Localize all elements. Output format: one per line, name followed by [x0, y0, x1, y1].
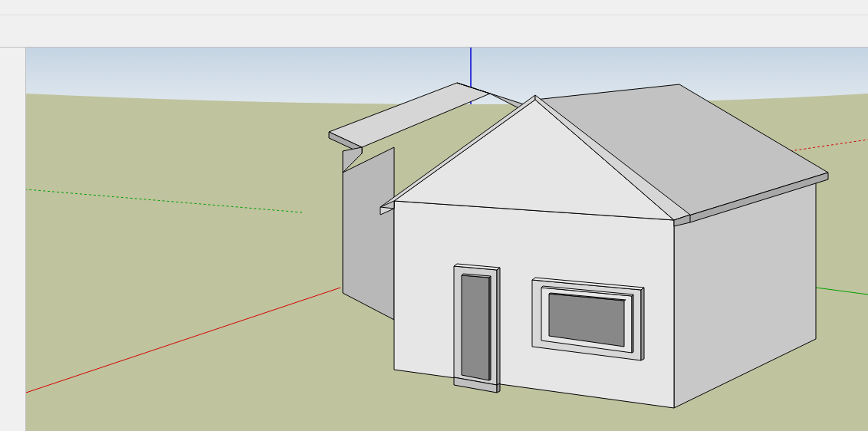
toolbar-side: [0, 48, 26, 431]
menu-help[interactable]: [112, 6, 127, 9]
menu-edit[interactable]: [20, 6, 35, 9]
menu-file[interactable]: [5, 6, 20, 9]
menu-draw[interactable]: [66, 6, 81, 9]
viewport-3d[interactable]: [26, 48, 868, 431]
menu-camera[interactable]: [51, 6, 66, 9]
menu-tools[interactable]: [81, 6, 97, 9]
scene-svg: [26, 48, 868, 431]
toolbar-top: [0, 15, 868, 48]
menu-window[interactable]: [97, 6, 112, 9]
menu-view[interactable]: [35, 6, 51, 9]
menubar: [0, 0, 868, 15]
